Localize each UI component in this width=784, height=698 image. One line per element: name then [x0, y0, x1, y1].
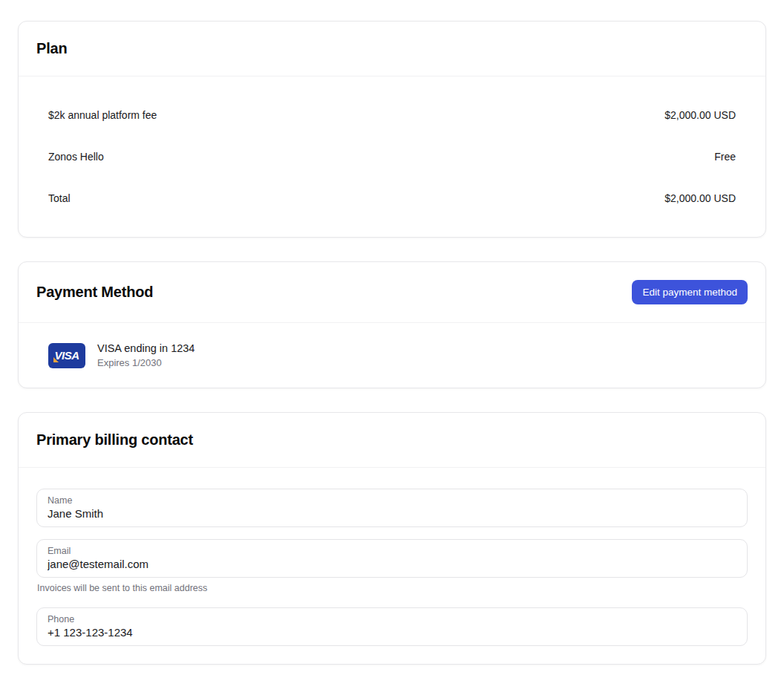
payment-method-title: Payment Method	[36, 283, 153, 301]
email-field-label: Email	[48, 546, 736, 556]
billing-settings-page: Plan $2k annual platform fee $2,000.00 U…	[0, 0, 784, 698]
payment-method-details: VISA VISA ending in 1234 Expires 1/2030	[19, 323, 765, 388]
visa-logo-text: VISA	[54, 349, 79, 362]
plan-card: Plan $2k annual platform fee $2,000.00 U…	[18, 21, 766, 238]
name-input[interactable]	[48, 507, 736, 520]
visa-card-icon: VISA	[48, 343, 85, 368]
field-spacer	[36, 527, 748, 539]
name-field-label: Name	[48, 495, 736, 506]
primary-billing-contact-card: Primary billing contact Name Email Invoi…	[18, 412, 766, 665]
field-spacer	[36, 593, 748, 607]
phone-input[interactable]	[48, 626, 736, 639]
plan-row-zonos-hello: Zonos Hello Free	[48, 136, 736, 177]
plan-row-label: Zonos Hello	[48, 151, 104, 163]
email-helper-text: Invoices will be sent to this email addr…	[37, 583, 748, 593]
plan-rows: $2k annual platform fee $2,000.00 USD Zo…	[19, 76, 765, 237]
phone-field[interactable]: Phone	[36, 607, 748, 646]
plan-row-value: Free	[714, 151, 736, 163]
card-expiry-label: Expires 1/2030	[97, 357, 195, 368]
payment-method-header: Payment Method Edit payment method	[19, 262, 765, 323]
email-field[interactable]: Email	[36, 539, 748, 578]
billing-contact-title: Primary billing contact	[36, 431, 193, 449]
billing-contact-form: Name Email Invoices will be sent to this…	[19, 468, 765, 664]
plan-row-label: Total	[48, 192, 71, 204]
email-input[interactable]	[48, 558, 736, 570]
plan-row-platform-fee: $2k annual platform fee $2,000.00 USD	[48, 94, 736, 136]
plan-row-total: Total $2,000.00 USD	[48, 177, 736, 219]
billing-contact-header: Primary billing contact	[19, 413, 765, 468]
plan-title: Plan	[36, 39, 67, 58]
payment-method-card: Payment Method Edit payment method VISA …	[18, 261, 766, 388]
plan-card-header: Plan	[19, 22, 765, 76]
plan-row-value: $2,000.00 USD	[664, 192, 736, 204]
payment-card-info: VISA ending in 1234 Expires 1/2030	[97, 342, 195, 368]
name-field[interactable]: Name	[36, 489, 748, 527]
phone-field-label: Phone	[48, 614, 736, 624]
plan-row-label: $2k annual platform fee	[48, 109, 157, 121]
plan-row-value: $2,000.00 USD	[664, 109, 736, 121]
card-ending-label: VISA ending in 1234	[97, 342, 195, 354]
edit-payment-method-button[interactable]: Edit payment method	[632, 280, 748, 304]
